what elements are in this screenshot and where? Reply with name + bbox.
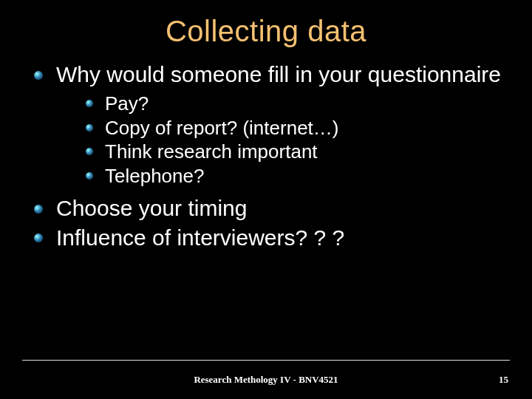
sub-bullet-item: Pay? bbox=[83, 92, 502, 116]
sub-bullet-item: Telephone? bbox=[83, 164, 502, 188]
bullet-text: Influence of interviewers? ? ? bbox=[56, 225, 344, 250]
footer-divider bbox=[22, 360, 510, 361]
bullet-item: Influence of interviewers? ? ? bbox=[30, 225, 502, 250]
sub-bullet-text: Telephone? bbox=[105, 165, 204, 187]
sub-bullet-item: Copy of report? (internet…) bbox=[83, 116, 502, 140]
sub-bullet-text: Pay? bbox=[105, 92, 149, 115]
sub-bullet-text: Think research important bbox=[105, 140, 318, 163]
sub-bullet-text: Copy of report? (internet…) bbox=[105, 117, 338, 139]
bullet-item: Choose your timing bbox=[30, 195, 502, 221]
footer-text: Research Methology IV - BNV4521 bbox=[0, 374, 532, 386]
bullet-text: Why would someone fill in your questionn… bbox=[56, 62, 501, 86]
bullet-list: Why would someone fill in your questionn… bbox=[30, 61, 502, 250]
slide: Collecting data Why would someone fill i… bbox=[0, 0, 532, 399]
slide-title: Collecting data bbox=[0, 0, 532, 55]
slide-body: Why would someone fill in your questionn… bbox=[0, 61, 532, 250]
bullet-text: Choose your timing bbox=[56, 196, 247, 220]
sub-bullet-item: Think research important bbox=[83, 140, 502, 164]
page-number: 15 bbox=[499, 374, 508, 386]
bullet-item: Why would someone fill in your questionn… bbox=[30, 61, 502, 188]
sub-bullet-list: Pay? Copy of report? (internet…) Think r… bbox=[83, 92, 502, 188]
